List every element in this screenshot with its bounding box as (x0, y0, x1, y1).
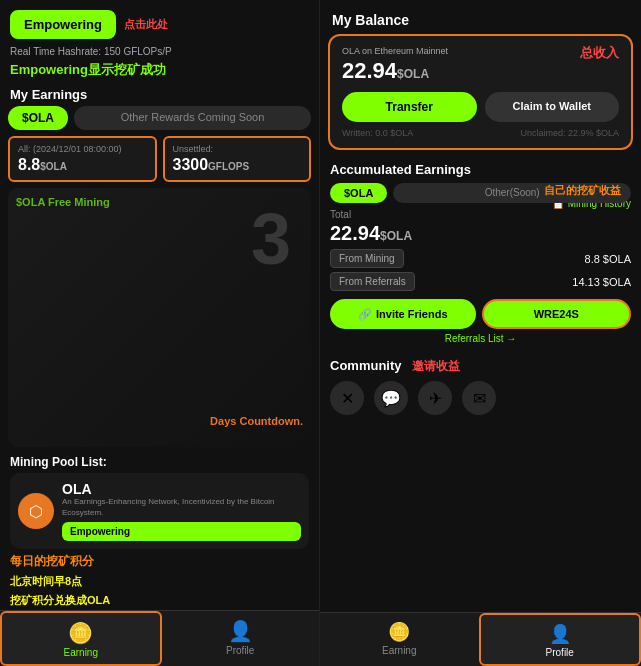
tab-other-rewards[interactable]: Other Rewards Coming Soon (74, 106, 311, 130)
hashrate-text: Real Time Hashrate: 150 GFLOPs/P (10, 46, 172, 57)
all-label: All: (2024/12/01 08:00:00) (18, 144, 147, 154)
nav-earning-label: Earning (64, 647, 98, 658)
right-bottom-nav: 🪙 Earning 👤 Profile (320, 612, 641, 666)
rp-earning-icon: 🪙 (388, 621, 410, 643)
from-referrals-row: From Referrals 14.13 $OLA (330, 272, 631, 291)
right-panel: My Balance OLA on Ethereum Mainnet 22.94… (320, 0, 641, 666)
written-label: Written: 0.0 $OLA (342, 128, 413, 138)
balance-actions: Transfer Claim to Wallet (342, 92, 619, 122)
pool-card: ⬡ OLA An Earnings-Enhancing Network, Inc… (10, 473, 309, 549)
balance-amount: 22.94$OLA (342, 58, 619, 84)
rp-earning-label: Earning (382, 645, 416, 656)
unsettled-stats-box: Unsettled: 3300GFLOPS (163, 136, 312, 182)
unsettled-value: 3300GFLOPS (173, 156, 302, 174)
action-row: 🔗 Invite Friends WRE24S (330, 299, 631, 329)
twitter-icon[interactable]: ✕ (330, 381, 364, 415)
pool-empowering-button[interactable]: Empowering (62, 522, 301, 541)
balance-subtitle: OLA on Ethereum Mainnet (342, 46, 619, 56)
pool-section: Mining Pool List: ⬡ OLA An Earnings-Enha… (0, 451, 319, 551)
rp-nav-profile[interactable]: 👤 Profile (479, 613, 642, 666)
pool-desc: An Earnings-Enhancing Network, Incentivi… (62, 497, 301, 518)
pool-title: Mining Pool List: (10, 455, 309, 469)
total-annotation: 总收入 (580, 44, 619, 62)
rp-nav-earning[interactable]: 🪙 Earning (320, 613, 479, 666)
earnings-tabs: $OLA Other Rewards Coming Soon (8, 106, 311, 130)
nav-earning[interactable]: 🪙 Earning (0, 611, 162, 666)
profile-icon: 👤 (228, 619, 253, 643)
social-row: ✕ 💬 ✈ ✉ (330, 381, 631, 415)
left-bottom-nav: 🪙 Earning 👤 Profile (0, 610, 319, 666)
unclaimed-label: Unclaimed: 22.9% $OLA (520, 128, 619, 138)
rp-profile-label: Profile (546, 647, 574, 658)
balance-footer: Written: 0.0 $OLA Unclaimed: 22.9% $OLA (342, 128, 619, 138)
all-stats-box: All: (2024/12/01 08:00:00) 8.8$OLA (8, 136, 157, 182)
referral-code-button[interactable]: WRE24S (482, 299, 632, 329)
daily-annotation: 每日的挖矿积分 (0, 551, 319, 572)
free-mining-label: $OLA Free Mining (16, 196, 110, 208)
from-mining-row: From Mining 8.8 $OLA (330, 249, 631, 268)
left-panel: Empowering 点击此处 Real Time Hashrate: 150 … (0, 0, 320, 666)
claim-button[interactable]: Claim to Wallet (485, 92, 620, 122)
rp-profile-icon: 👤 (549, 623, 571, 645)
from-referrals-tag: From Referrals (330, 272, 415, 291)
total-amount: 22.94$OLA (330, 222, 412, 245)
earnings-annotation: 自己的挖矿收益 (544, 183, 621, 198)
click-annotation: 点击此处 (124, 17, 168, 32)
nav-profile-label: Profile (226, 645, 254, 656)
balance-card: OLA on Ethereum Mainnet 22.94$OLA 总收入 Tr… (328, 34, 633, 150)
from-referrals-value: 14.13 $OLA (572, 276, 631, 288)
discord-icon[interactable]: 💬 (374, 381, 408, 415)
earning-icon: 🪙 (68, 621, 93, 645)
stats-row: All: (2024/12/01 08:00:00) 8.8$OLA Unset… (8, 136, 311, 182)
hashrate-bar: Real Time Hashrate: 150 GFLOPs/P (0, 44, 319, 59)
from-mining-value: 8.8 $OLA (585, 253, 631, 265)
community-title: Community (330, 358, 402, 373)
acc-tabs: $OLA Other(Soon) 自己的挖矿收益 (330, 183, 631, 203)
invite-earnings-annotation: 邀请收益 (412, 359, 460, 373)
countdown-number: 3 (251, 198, 291, 280)
pool-icon: ⬡ (18, 493, 54, 529)
pool-name: OLA (62, 481, 301, 497)
top-bar: Empowering 点击此处 (0, 0, 319, 44)
countdown-label: Days Countdown. (210, 415, 303, 427)
from-mining-tag: From Mining (330, 249, 404, 268)
mining-area: $OLA Free Mining 3 Days Countdown. (8, 188, 311, 447)
mining-success-annotation: Empowering显示挖矿成功 (0, 59, 319, 83)
telegram-icon[interactable]: ✈ (418, 381, 452, 415)
nav-profile[interactable]: 👤 Profile (162, 611, 320, 666)
share-icon: 🔗 (358, 308, 372, 321)
empowering-button[interactable]: Empowering (10, 10, 116, 39)
unsettled-label: Unsettled: (173, 144, 302, 154)
accumulated-section: Accumulated Earnings $OLA Other(Soon) 自己… (320, 158, 641, 352)
balance-title: My Balance (320, 0, 641, 34)
exchange-annotation: 挖矿积分兑换成OLA (0, 591, 319, 610)
email-icon[interactable]: ✉ (462, 381, 496, 415)
tab-ola[interactable]: $OLA (8, 106, 68, 130)
total-label: Total (330, 209, 631, 220)
invite-button[interactable]: 🔗 Invite Friends (330, 299, 476, 329)
community-section: Community 邀请收益 ✕ 💬 ✈ ✉ (320, 352, 641, 417)
referrals-list-link[interactable]: Referrals List → (330, 333, 631, 344)
beijing-annotation: 北京时间早8点 (0, 572, 319, 591)
acc-title: Accumulated Earnings (330, 162, 631, 177)
all-value: 8.8$OLA (18, 156, 147, 174)
acc-tab-ola[interactable]: $OLA (330, 183, 387, 203)
my-earnings-title: My Earnings (0, 83, 319, 106)
pool-card-inner: OLA An Earnings-Enhancing Network, Incen… (62, 481, 301, 541)
transfer-button[interactable]: Transfer (342, 92, 477, 122)
